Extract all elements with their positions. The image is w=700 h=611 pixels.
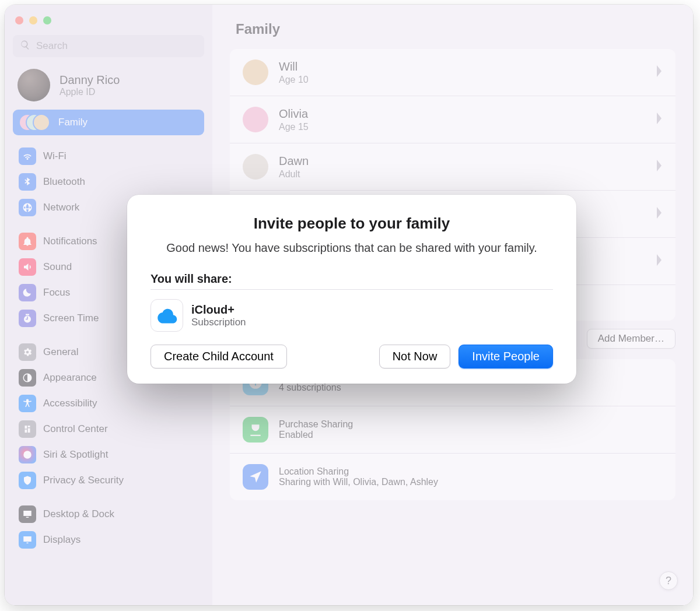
settings-row-sub: Enabled <box>279 430 353 440</box>
dialog-description: Good news! You have subscriptions that c… <box>165 240 538 256</box>
family-member-row[interactable]: OliviaAge 15 <box>230 96 676 143</box>
share-heading: You will share: <box>150 272 553 286</box>
dialog-title: Invite people to your family <box>150 215 553 233</box>
loc-icon <box>243 464 268 490</box>
sidebar-item-apple-id[interactable]: Danny Rico Apple ID <box>13 57 204 110</box>
member-avatar <box>243 59 268 85</box>
minimize-window-button[interactable] <box>29 16 37 24</box>
controlcenter-icon <box>19 420 36 438</box>
desktop-icon <box>19 505 36 523</box>
bt-icon <box>19 173 36 191</box>
chevron-right-icon <box>656 65 663 79</box>
chevron-right-icon <box>656 207 663 221</box>
sidebar-item-wifi[interactable]: Wi-Fi <box>13 143 204 169</box>
share-item-sub: Subscription <box>191 317 246 328</box>
member-name: Dawn <box>279 154 656 168</box>
sound-icon <box>19 258 36 276</box>
wifi-icon <box>19 148 36 165</box>
chevron-right-icon <box>656 113 663 127</box>
account-avatar <box>18 69 50 101</box>
member-avatar <box>243 154 268 180</box>
sidebar-item-privsec[interactable]: Privacy & Security <box>13 468 204 493</box>
divider <box>150 289 553 290</box>
icloud-icon <box>150 299 183 332</box>
sidebar-item-label: Screen Time <box>43 312 99 324</box>
accessibility-icon <box>19 395 36 412</box>
family-member-row[interactable]: DawnAdult <box>230 143 676 190</box>
invite-family-dialog: Invite people to your family Good news! … <box>127 195 576 384</box>
sidebar-item-desktop[interactable]: Desktop & Dock <box>13 501 204 527</box>
chevron-right-icon <box>656 160 663 174</box>
member-sub: Adult <box>279 169 656 180</box>
member-avatar <box>243 107 268 132</box>
siri-icon <box>19 446 36 463</box>
sidebar-item-label: Privacy & Security <box>43 475 124 486</box>
privsec-icon <box>19 472 36 489</box>
sidebar-item-accessibility[interactable]: Accessibility <box>13 391 204 416</box>
displays-icon <box>19 531 36 549</box>
share-item-title: iCloud+ <box>191 303 246 317</box>
settings-row-loc[interactable]: Location SharingSharing with Will, Olivi… <box>230 453 676 500</box>
search-input[interactable] <box>35 40 197 52</box>
settings-row-sub: Sharing with Will, Olivia, Dawn, Ashley <box>279 477 438 487</box>
sidebar-item-label: Sound <box>43 261 72 273</box>
sidebar-item-label: Desktop & Dock <box>43 508 114 520</box>
settings-row-purch[interactable]: Purchase SharingEnabled <box>230 406 676 453</box>
sidebar-item-siri[interactable]: Siri & Spotlight <box>13 442 204 468</box>
sidebar-item-label: Accessibility <box>43 398 97 409</box>
sidebar-item-label: Wi-Fi <box>43 150 66 162</box>
member-name: Olivia <box>279 107 656 121</box>
sidebar-item-label: Siri & Spotlight <box>43 449 108 461</box>
traffic-lights <box>13 13 204 35</box>
general-icon <box>19 343 36 361</box>
settings-row-title: Location Sharing <box>279 466 438 477</box>
sidebar-item-label: Notifications <box>43 236 97 247</box>
member-sub: Age 15 <box>279 122 656 132</box>
not-now-button[interactable]: Not Now <box>379 345 451 368</box>
appearance-icon <box>19 369 36 387</box>
family-avatar-stack-icon <box>19 113 51 132</box>
sidebar-item-label: Bluetooth <box>43 176 85 188</box>
sidebar-item-label: Family <box>58 117 88 128</box>
notif-icon <box>19 233 36 250</box>
page-title: Family <box>212 5 693 44</box>
sidebar-item-controlcenter[interactable]: Control Center <box>13 416 204 442</box>
purch-icon <box>243 417 268 443</box>
sidebar-item-label: Appearance <box>43 372 97 384</box>
system-settings-window: Danny Rico Apple ID Family Wi-FiBluetoot… <box>5 5 693 605</box>
sidebar-item-bt[interactable]: Bluetooth <box>13 169 204 195</box>
sidebar-item-label: General <box>43 346 78 358</box>
member-name: Will <box>279 60 656 73</box>
close-window-button[interactable] <box>15 16 23 24</box>
account-name: Danny Rico <box>60 73 120 87</box>
sidebar-item-label: Focus <box>43 287 70 299</box>
sidebar-item-label: Network <box>43 202 79 213</box>
settings-row-sub: 4 subscriptions <box>279 382 341 393</box>
chevron-right-icon <box>656 254 663 268</box>
sidebar-item-label: Control Center <box>43 423 108 435</box>
search-field[interactable] <box>13 35 204 57</box>
sidebar-item-family[interactable]: Family <box>13 110 204 135</box>
focus-icon <box>19 284 36 301</box>
create-child-account-button[interactable]: Create Child Account <box>150 345 287 368</box>
account-sub: Apple ID <box>60 87 120 97</box>
member-sub: Age 10 <box>279 75 656 85</box>
family-member-row[interactable]: WillAge 10 <box>230 49 676 96</box>
sidebar-item-displays[interactable]: Displays <box>13 527 204 553</box>
search-icon <box>20 40 35 53</box>
settings-row-title: Purchase Sharing <box>279 419 353 430</box>
help-button[interactable]: ? <box>659 571 678 590</box>
add-member-button[interactable]: Add Member… <box>587 329 676 349</box>
screentime-icon <box>19 310 36 327</box>
svg-point-0 <box>23 451 32 459</box>
invite-people-button[interactable]: Invite People <box>459 345 553 368</box>
net-icon <box>19 199 36 216</box>
sidebar-item-label: Displays <box>43 534 80 546</box>
share-item-icloud-plus: iCloud+ Subscription <box>150 297 553 345</box>
dialog-actions: Create Child Account Not Now Invite Peop… <box>150 345 553 368</box>
zoom-window-button[interactable] <box>43 16 51 24</box>
